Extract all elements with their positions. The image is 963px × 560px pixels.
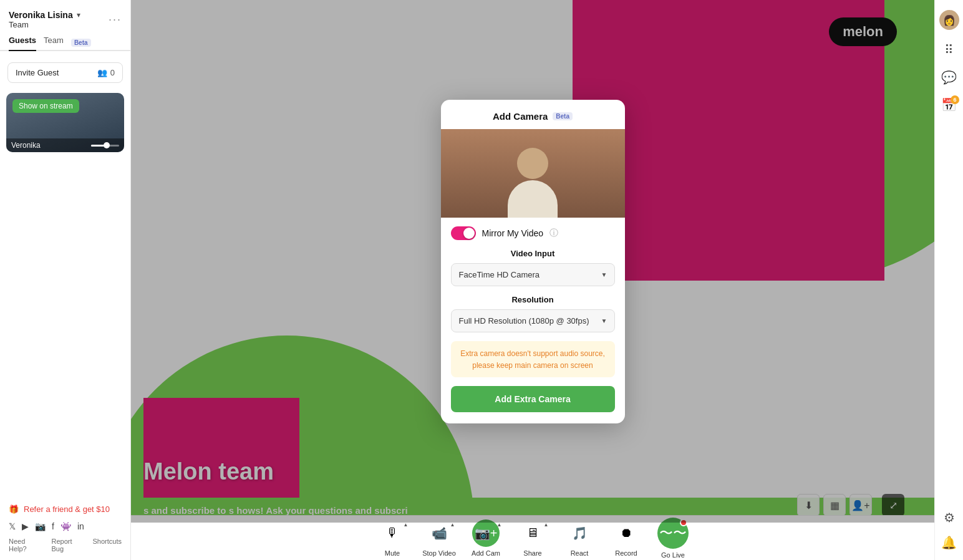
sidebar-header: Veronika Lisina ▾ Team ··· (0, 0, 130, 36)
mirror-label: Mirror My Video (482, 228, 544, 238)
person-body (508, 180, 558, 218)
right-panel: 👩 ⠿ 💬 📅 6 ⚙ 🔔 (934, 0, 963, 560)
add-cam-button[interactable]: 📷+ ▲ Add Cam (469, 519, 503, 557)
go-live-label: Go Live (661, 551, 685, 559)
record-button[interactable]: ⏺ Record (609, 519, 644, 557)
settings-icon[interactable]: ⚙ (944, 510, 955, 525)
sidebar-tab-team[interactable]: Team (44, 36, 64, 51)
notification-icon[interactable]: 🔔 (941, 535, 957, 550)
guest-name: Veronika (11, 141, 41, 150)
youtube-icon[interactable]: ▶ (22, 521, 29, 531)
react-icon: 🎵 (566, 519, 593, 547)
add-extra-camera-button[interactable]: Add Extra Camera (451, 386, 615, 412)
volume-slider[interactable] (91, 145, 119, 147)
sidebar: Veronika Lisina ▾ Team ··· Guests Team B… (0, 0, 131, 560)
chat-icon[interactable]: 💬 (941, 70, 957, 85)
mute-button[interactable]: 🎙 ▲ Mute (375, 519, 410, 557)
react-button[interactable]: 🎵 React (563, 519, 597, 557)
modal-beta-badge: Beta (553, 112, 573, 120)
add-cam-label: Add Cam (472, 549, 500, 557)
resolution-select-wrap: Full HD Resolution (1080p @ 30fps) ▼ (451, 309, 615, 332)
reddit-icon[interactable]: 👾 (60, 521, 71, 531)
stop-video-button[interactable]: 📹 ▲ Stop Video (422, 519, 457, 557)
share-label: Share (523, 549, 541, 557)
modal-video-preview (441, 129, 625, 218)
calendar-badge: 6 (951, 95, 959, 104)
record-icon: ⏺ (612, 519, 640, 547)
camera-feed (441, 129, 625, 218)
need-help-link[interactable]: Need Help? (9, 538, 44, 553)
sidebar-footer: 🎁 Refer a friend & get $10 𝕏 ▶ 📷 f 👾 in … (0, 497, 130, 560)
warning-text: Extra camera doesn't support audio sourc… (460, 349, 605, 370)
add-camera-modal: Add Camera Beta Mirror My Video ⓘ Video … (441, 100, 625, 423)
add-cam-icon: 📷+ (472, 519, 500, 547)
warning-box: Extra camera doesn't support audio sourc… (451, 341, 615, 377)
mute-icon: 🎙 (379, 519, 406, 547)
more-options-icon[interactable]: ··· (109, 13, 122, 26)
beta-badge: Beta (71, 39, 91, 47)
user-avatar[interactable]: 👩 (939, 10, 959, 30)
invite-guest-button[interactable]: Invite Guest 👥 0 (7, 62, 123, 83)
mute-label: Mute (385, 549, 400, 557)
gift-icon: 🎁 (9, 504, 19, 514)
mirror-toggle[interactable] (451, 226, 476, 240)
resolution-select[interactable]: Full HD Resolution (1080p @ 30fps) (451, 309, 615, 332)
people-panel-icon[interactable]: ⠿ (944, 42, 954, 57)
modal-title: Add Camera (493, 111, 548, 122)
guest-name-bar: Veronika (6, 138, 124, 152)
calendar-icon[interactable]: 📅 6 (941, 97, 957, 112)
sidebar-links: Need Help? Report Bug Shortcuts (9, 538, 122, 553)
shortcuts-link[interactable]: Shortcuts (93, 538, 122, 553)
show-on-stream-button[interactable]: Show on stream (12, 99, 79, 113)
facebook-icon[interactable]: f (52, 521, 54, 531)
toggle-knob (463, 228, 475, 239)
chevron-down-icon[interactable]: ▾ (77, 11, 80, 19)
video-input-select-wrap: FaceTime HD Camera ▼ (451, 263, 615, 286)
record-label: Record (615, 549, 637, 557)
mirror-row: Mirror My Video ⓘ (451, 226, 615, 240)
sidebar-title-block: Veronika Lisina ▾ Team (9, 10, 80, 29)
info-icon[interactable]: ⓘ (549, 228, 558, 239)
modal-overlay[interactable]: Add Camera Beta Mirror My Video ⓘ Video … (131, 0, 934, 523)
guest-card: Show on stream Veronika (6, 93, 124, 152)
sidebar-tabs: Guests Team Beta (0, 36, 130, 51)
refer-link[interactable]: 🎁 Refer a friend & get $10 (9, 504, 122, 514)
twitter-icon[interactable]: 𝕏 (9, 521, 16, 531)
video-input-select[interactable]: FaceTime HD Camera (451, 263, 615, 286)
react-label: React (571, 549, 589, 557)
right-panel-bottom: ⚙ 🔔 (941, 510, 957, 550)
modal-body: Mirror My Video ⓘ Video Input FaceTime H… (441, 218, 625, 423)
stop-video-label: Stop Video (422, 549, 456, 557)
go-live-button[interactable]: 〜〜 Go Live (656, 518, 690, 559)
guest-count: 0 (110, 68, 115, 77)
person-head (517, 148, 548, 179)
sidebar-user-row[interactable]: Veronika Lisina ▾ (9, 10, 80, 20)
volume-thumb (104, 142, 110, 148)
sidebar-tab-guests[interactable]: Guests (9, 36, 36, 51)
invite-guest-label: Invite Guest (16, 68, 59, 77)
video-input-label: Video Input (451, 249, 615, 258)
resolution-label: Resolution (451, 295, 615, 304)
modal-header: Add Camera Beta (441, 100, 625, 129)
volume-track (91, 145, 119, 147)
report-bug-link[interactable]: Report Bug (51, 538, 85, 553)
share-icon: 🖥 (519, 519, 546, 547)
stop-video-icon: 📹 (425, 519, 453, 547)
people-icon: 👥 (97, 68, 107, 77)
refer-label: Refer a friend & get $10 (24, 504, 110, 514)
sidebar-username: Veronika Lisina (9, 10, 73, 20)
instagram-icon[interactable]: 📷 (35, 521, 46, 531)
linkedin-icon[interactable]: in (77, 521, 84, 531)
social-icons: 𝕏 ▶ 📷 f 👾 in (9, 521, 122, 531)
main-content: melon Melon team s and subscribe to s ho… (131, 0, 934, 560)
guest-count-area: 👥 0 (97, 68, 115, 77)
sidebar-team-label: Team (9, 20, 80, 29)
share-button[interactable]: 🖥 ▲ Share (516, 519, 550, 557)
